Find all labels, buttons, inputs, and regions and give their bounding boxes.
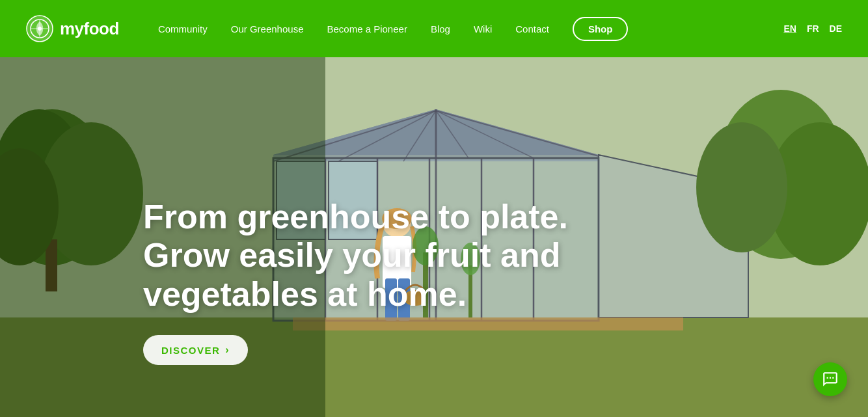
site-header: myfood Community Our Greenhouse Become a…	[0, 0, 868, 57]
discover-label: DISCOVER	[161, 345, 220, 356]
lang-de[interactable]: DE	[830, 23, 842, 34]
hero-title: From greenhouse to plate. Grow easily yo…	[143, 198, 568, 314]
nav-item-pioneer[interactable]: Become a Pioneer	[327, 23, 407, 34]
chat-button[interactable]	[813, 362, 847, 396]
discover-arrow: ›	[225, 344, 230, 356]
nav-item-contact[interactable]: Contact	[515, 23, 549, 34]
hero-title-line2: Grow easily your fruit and	[143, 236, 560, 274]
nav-item-wiki[interactable]: Wiki	[474, 23, 492, 34]
hero-title-line3: vegetables at home.	[143, 275, 467, 313]
svg-point-32	[696, 122, 787, 252]
hero-content: From greenhouse to plate. Grow easily yo…	[143, 198, 568, 365]
nav-item-community[interactable]: Community	[158, 23, 208, 34]
svg-rect-47	[832, 377, 834, 379]
lang-fr[interactable]: FR	[807, 23, 819, 34]
logo-text: myfood	[60, 19, 119, 39]
nav-item-blog[interactable]: Blog	[431, 23, 450, 34]
hero-title-line1: From greenhouse to plate.	[143, 198, 568, 235]
chat-icon	[822, 371, 839, 388]
logo-icon	[26, 15, 53, 42]
shop-button[interactable]: Shop	[573, 17, 629, 41]
svg-rect-46	[830, 377, 831, 379]
language-switcher: EN FR DE	[783, 23, 842, 34]
nav-item-greenhouse[interactable]: Our Greenhouse	[231, 23, 304, 34]
hero-section: From greenhouse to plate. Grow easily yo…	[0, 57, 868, 417]
svg-rect-45	[827, 377, 828, 379]
lang-en[interactable]: EN	[783, 23, 796, 34]
logo-link[interactable]: myfood	[26, 15, 119, 42]
discover-button[interactable]: DISCOVER ›	[143, 335, 248, 365]
main-nav: Community Our Greenhouse Become a Pionee…	[158, 17, 758, 41]
